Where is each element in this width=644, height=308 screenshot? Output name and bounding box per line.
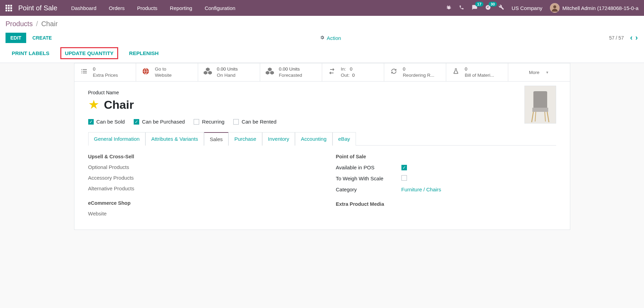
label-optional-products: Optional Products <box>88 164 154 170</box>
flask-icon <box>451 67 461 77</box>
update-quantity-button[interactable]: UPDATE QUANTITY <box>60 47 118 59</box>
tab-inventory[interactable]: Inventory <box>262 132 295 146</box>
edit-button[interactable]: EDIT <box>6 33 26 43</box>
pager-next[interactable]: › <box>635 33 638 42</box>
checkbox-icon <box>233 119 239 125</box>
sales-right-column: Point of Sale Available in POS ✓ To Weig… <box>336 154 556 221</box>
apps-icon[interactable] <box>6 5 12 11</box>
favorite-star-icon[interactable]: ★ <box>88 97 99 112</box>
chair-icon <box>528 91 552 123</box>
messages-badge: 17 <box>475 2 483 7</box>
bug-icon[interactable] <box>446 4 451 11</box>
stat-button-box: 0Extra Prices Go toWebsite 0.00 UnitsOn … <box>74 63 570 82</box>
product-name: Chair <box>104 98 134 111</box>
pager-text[interactable]: 57 / 57 <box>609 35 624 41</box>
section-pos: Point of Sale <box>336 154 556 159</box>
product-name-label: Product Name <box>88 90 556 95</box>
main-menu: Dashboard Orders Products Reporting Conf… <box>71 5 446 11</box>
print-labels-button[interactable]: PRINT LABELS <box>10 47 51 59</box>
breadcrumb-separator: / <box>36 20 38 28</box>
svg-line-4 <box>532 112 533 122</box>
stat-more[interactable]: More ▼ <box>508 63 570 81</box>
stat-reordering[interactable]: 0Reordering R... <box>384 63 446 81</box>
section-ecommerce: eCommerce Shop <box>88 200 308 206</box>
tab-sales[interactable]: Sales <box>204 132 229 146</box>
checkbox-icon <box>194 119 199 125</box>
tab-purchase[interactable]: Purchase <box>228 132 262 146</box>
pager-prev[interactable]: ‹ <box>630 33 632 42</box>
tabs: General Information Attributes & Variant… <box>88 132 556 146</box>
stat-extra-prices[interactable]: 0Extra Prices <box>74 63 136 81</box>
product-image[interactable] <box>524 86 556 124</box>
menu-reporting[interactable]: Reporting <box>170 5 192 11</box>
tools-icon[interactable] <box>499 4 504 11</box>
stat-website[interactable]: Go toWebsite <box>136 63 198 81</box>
globe-icon <box>141 67 151 77</box>
label-weigh-scale: To Weigh With Scale <box>336 176 401 181</box>
user-menu[interactable]: Mitchell Admin (17248068-15-0-a <box>550 3 638 13</box>
cubes-icon <box>265 67 275 78</box>
avatar <box>550 3 560 13</box>
check-can-be-purchased[interactable]: ✓ Can be Purchased <box>134 119 185 125</box>
user-name: Mitchell Admin (17248068-15-0-a <box>562 5 638 11</box>
gear-icon <box>320 35 325 41</box>
svg-line-5 <box>547 112 549 122</box>
menu-orders[interactable]: Orders <box>109 5 125 11</box>
refresh-icon <box>389 67 399 77</box>
section-upsell: Upsell & Cross-Sell <box>88 154 308 159</box>
breadcrumb-current: Chair <box>41 20 58 28</box>
label-available-pos: Available in POS <box>336 164 401 170</box>
create-button[interactable]: CREATE <box>32 35 52 41</box>
breadcrumb: Products / Chair <box>6 20 638 28</box>
cubes-icon <box>203 67 213 78</box>
check-can-be-sold[interactable]: ✓ Can be Sold <box>88 119 125 125</box>
tab-ebay[interactable]: eBay <box>333 132 356 146</box>
section-extra-media: Extra Product Media <box>336 201 556 207</box>
company-selector[interactable]: US Company <box>512 5 542 11</box>
check-recurring[interactable]: Recurring <box>194 119 224 125</box>
checkbox-available-pos[interactable]: ✓ <box>401 165 407 170</box>
tab-content-sales: Upsell & Cross-Sell Optional Products Ac… <box>88 146 556 221</box>
arrows-icon <box>327 67 337 77</box>
stat-transfers[interactable]: In: 0 Out: 0 <box>322 63 384 81</box>
tab-general-information[interactable]: General Information <box>88 132 146 146</box>
sales-left-column: Upsell & Cross-Sell Optional Products Ac… <box>88 154 308 221</box>
menu-dashboard[interactable]: Dashboard <box>71 5 96 11</box>
activities-badge: 30 <box>489 2 497 7</box>
list-icon <box>79 67 89 77</box>
caret-down-icon: ▼ <box>545 71 549 74</box>
checkbox-icon: ✓ <box>134 119 139 125</box>
svg-rect-3 <box>532 108 548 112</box>
messages-icon[interactable]: 17 <box>472 4 478 12</box>
status-bar: PRINT LABELS UPDATE QUANTITY REPLENISH <box>10 43 638 63</box>
action-label: Action <box>327 35 341 41</box>
control-panel: Products / Chair EDIT CREATE Action 57 /… <box>0 16 644 63</box>
value-category[interactable]: Furniture / Chairs <box>401 187 441 192</box>
stat-on-hand[interactable]: 0.00 UnitsOn Hand <box>198 63 260 81</box>
breadcrumb-parent[interactable]: Products <box>6 20 33 28</box>
top-navbar: Point of Sale Dashboard Orders Products … <box>0 0 644 16</box>
navbar-right: 17 30 US Company Mitchell Admin (1724806… <box>446 3 638 13</box>
menu-products[interactable]: Products <box>137 5 157 11</box>
form-sheet: 0Extra Prices Go toWebsite 0.00 UnitsOn … <box>74 63 570 230</box>
label-category: Category <box>336 187 401 192</box>
label-website: Website <box>88 211 154 216</box>
svg-line-7 <box>545 112 545 121</box>
stat-forecasted[interactable]: 0.00 UnitsForecasted <box>260 63 322 81</box>
checkbox-icon: ✓ <box>88 119 94 125</box>
svg-line-6 <box>535 112 536 121</box>
stat-bom[interactable]: 0Bill of Materi... <box>446 63 508 81</box>
svg-point-1 <box>553 5 556 8</box>
menu-configuration[interactable]: Configuration <box>205 5 235 11</box>
tab-attributes-variants[interactable]: Attributes & Variants <box>145 132 204 146</box>
checkbox-weigh-scale[interactable] <box>401 175 407 181</box>
label-accessory-products: Accessory Products <box>88 175 154 181</box>
action-menu[interactable]: Action <box>320 35 341 41</box>
replenish-button[interactable]: REPLENISH <box>127 47 161 59</box>
phone-icon[interactable] <box>459 5 464 11</box>
tab-accounting[interactable]: Accounting <box>295 132 332 146</box>
activities-icon[interactable]: 30 <box>485 4 491 12</box>
check-can-be-rented[interactable]: Can be Rented <box>233 119 276 125</box>
app-name[interactable]: Point of Sale <box>18 4 57 12</box>
label-alternative-products: Alternative Products <box>88 185 154 191</box>
